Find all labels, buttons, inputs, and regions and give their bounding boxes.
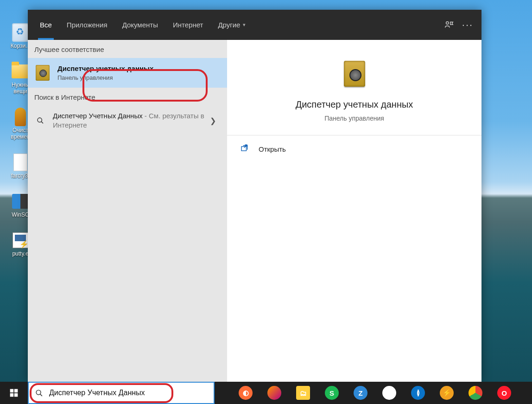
taskbar-app-vscode[interactable]: ≬ bbox=[404, 382, 432, 404]
credential-manager-large-icon bbox=[341, 58, 368, 90]
start-search-panel: Все Приложения Документы Интернет Другие… bbox=[28, 10, 481, 382]
taskbar-app-winamp[interactable]: ⚡ bbox=[432, 382, 461, 404]
taskbar-app-opera[interactable]: O bbox=[490, 382, 519, 404]
best-match-subtitle: Панель управления bbox=[57, 74, 153, 81]
taskbar: ◐ 🗂 S Z Đ ≬ ⚡ O bbox=[0, 382, 532, 404]
taskbar-search-input[interactable] bbox=[49, 383, 214, 403]
tab-apps[interactable]: Приложения bbox=[59, 10, 115, 40]
credential-manager-icon bbox=[34, 64, 51, 81]
svg-rect-4 bbox=[10, 389, 14, 393]
preview-subtitle: Панель управления bbox=[324, 115, 384, 122]
search-icon bbox=[34, 117, 46, 124]
winscp-icon bbox=[11, 192, 30, 211]
taskbar-app-postman[interactable]: ◐ bbox=[231, 382, 260, 404]
taskbar-app-zoom[interactable]: Z bbox=[346, 382, 375, 404]
svg-point-0 bbox=[446, 21, 449, 24]
best-match-title: Диспетчер учетных данных bbox=[57, 64, 153, 72]
svg-rect-5 bbox=[14, 389, 18, 393]
section-best-match-label: Лучшее соответствие bbox=[28, 40, 227, 58]
section-web-search-label: Поиск в Интернете bbox=[28, 88, 227, 106]
svg-line-9 bbox=[40, 394, 42, 396]
action-open-label: Открыть bbox=[259, 145, 286, 153]
best-match-result[interactable]: Диспетчер учетных данных Панель управлен… bbox=[28, 58, 227, 88]
svg-rect-6 bbox=[10, 393, 14, 397]
taskbar-app-firefox[interactable] bbox=[260, 382, 289, 404]
chevron-down-icon: ▾ bbox=[243, 22, 246, 28]
svg-rect-3 bbox=[241, 147, 247, 151]
web-result-text: Диспетчер Учетных Данных - См. результат… bbox=[53, 111, 210, 130]
preview-header: Диспетчер учетных данных Панель управлен… bbox=[227, 40, 481, 135]
taskbar-app-angular[interactable]: Đ bbox=[375, 382, 404, 404]
taskbar-app-s[interactable]: S bbox=[317, 382, 346, 404]
tab-other[interactable]: Другие ▾ bbox=[210, 10, 253, 40]
open-icon bbox=[240, 144, 251, 154]
search-body: Лучшее соответствие Диспетчер учетных да… bbox=[28, 40, 481, 382]
svg-point-1 bbox=[38, 118, 42, 122]
tab-internet[interactable]: Интернет bbox=[165, 10, 210, 40]
results-list: Лучшее соответствие Диспетчер учетных да… bbox=[28, 40, 227, 382]
web-result-main: Диспетчер Учетных Данных bbox=[53, 112, 143, 120]
svg-rect-7 bbox=[14, 393, 18, 397]
tab-other-label: Другие bbox=[218, 21, 240, 29]
tab-documents[interactable]: Документы bbox=[115, 10, 165, 40]
search-tabs-header: Все Приложения Документы Интернет Другие… bbox=[28, 10, 481, 40]
recycle-bin-icon bbox=[11, 23, 30, 42]
more-options-icon[interactable]: ··· bbox=[458, 16, 477, 34]
brush-icon bbox=[11, 108, 30, 126]
search-icon bbox=[29, 389, 49, 397]
web-search-result[interactable]: Диспетчер Учетных Данных - См. результат… bbox=[28, 106, 227, 135]
start-button[interactable] bbox=[0, 382, 28, 404]
preview-title: Диспетчер учетных данных bbox=[296, 99, 413, 110]
folder-icon bbox=[11, 62, 30, 81]
svg-point-8 bbox=[36, 390, 41, 395]
taskbar-search-box[interactable] bbox=[28, 382, 215, 404]
chevron-right-icon: ❯ bbox=[210, 116, 221, 125]
action-open[interactable]: Открыть bbox=[227, 135, 481, 162]
tab-all[interactable]: Все bbox=[32, 10, 59, 40]
result-preview-pane: Диспетчер учетных данных Панель управлен… bbox=[227, 40, 481, 382]
putty-icon bbox=[11, 231, 30, 250]
taskbar-app-chrome[interactable] bbox=[461, 382, 490, 404]
svg-line-2 bbox=[41, 122, 43, 123]
taskbar-pinned-apps: ◐ 🗂 S Z Đ ≬ ⚡ O bbox=[231, 382, 519, 404]
taskbar-app-file-explorer[interactable]: 🗂 bbox=[289, 382, 317, 404]
feedback-icon[interactable] bbox=[440, 16, 458, 34]
file-icon bbox=[11, 153, 30, 172]
